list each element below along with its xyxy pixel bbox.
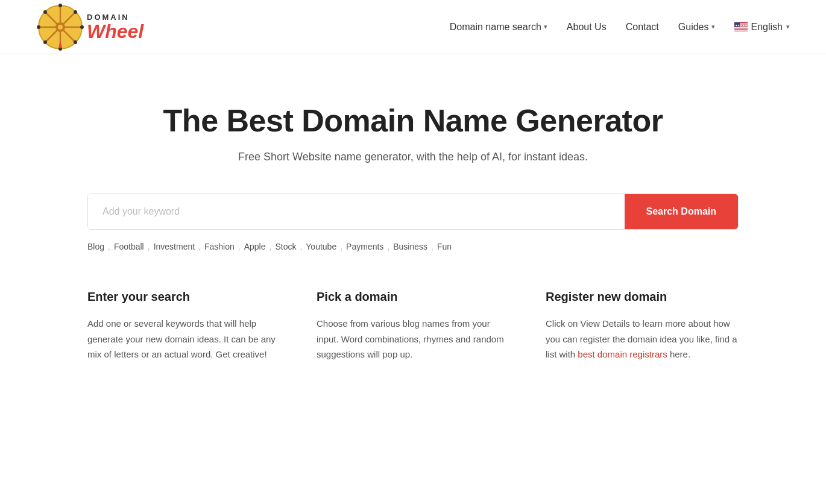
col-register-domain-title: Register new domain <box>546 290 739 304</box>
tag-item[interactable]: Fun <box>437 239 452 254</box>
svg-rect-21 <box>734 28 748 29</box>
col-register-domain: Register new domain Click on View Detail… <box>546 290 739 362</box>
tag-item[interactable]: Apple <box>244 239 266 254</box>
main-nav: Domain name search ▾ About Us Contact Gu… <box>450 22 790 33</box>
col-pick-domain: Pick a domain Choose from various blog n… <box>317 290 509 362</box>
search-input[interactable] <box>88 194 625 229</box>
tag-separator: , <box>340 242 342 251</box>
col-enter-search-title: Enter your search <box>87 290 280 304</box>
keyword-tags: Blog,Football,Investment,Fashion,Apple,S… <box>87 239 739 254</box>
logo[interactable]: DOMAIN Wheel <box>36 3 143 51</box>
tag-item[interactable]: Stock <box>275 239 296 254</box>
tag-item[interactable]: Fashion <box>204 239 235 254</box>
nav-guides[interactable]: Guides ▾ <box>678 22 715 33</box>
flag-icon: ★★★★★★ <box>734 22 748 31</box>
chevron-down-icon: ▾ <box>544 23 547 31</box>
tag-item[interactable]: Payments <box>346 239 383 254</box>
main-content: The Best Domain Name Generator Free Shor… <box>0 54 826 398</box>
search-domain-button[interactable]: Search Domain <box>625 194 738 229</box>
svg-point-12 <box>74 40 77 44</box>
col-pick-domain-title: Pick a domain <box>317 290 509 304</box>
chevron-down-icon: ▾ <box>711 23 715 31</box>
svg-point-7 <box>58 4 62 7</box>
svg-point-14 <box>43 40 47 44</box>
logo-wheel-text: Wheel <box>87 22 143 41</box>
site-header: DOMAIN Wheel Domain name search ▾ About … <box>0 0 826 54</box>
tag-separator: , <box>270 242 272 251</box>
info-columns: Enter your search Add one or several key… <box>87 290 739 398</box>
col-register-domain-text: Click on View Details to learn more abou… <box>546 316 739 362</box>
svg-rect-22 <box>734 30 748 31</box>
registrars-link[interactable]: best domain registrars <box>578 349 667 359</box>
tag-item[interactable]: Blog <box>87 239 104 254</box>
col-pick-domain-text: Choose from various blog names from your… <box>317 316 509 362</box>
tag-item[interactable]: Investment <box>154 239 195 254</box>
svg-point-11 <box>43 10 47 14</box>
svg-rect-20 <box>734 27 748 28</box>
col-enter-search-text: Add one or several keywords that will he… <box>87 316 280 362</box>
tag-separator: , <box>198 242 201 251</box>
tag-separator: , <box>148 242 150 251</box>
svg-point-9 <box>37 25 40 29</box>
svg-text:★★★★★★: ★★★★★★ <box>735 24 748 27</box>
tag-separator: , <box>431 242 433 251</box>
nav-about[interactable]: About Us <box>567 22 607 33</box>
nav-contact[interactable]: Contact <box>626 22 659 33</box>
search-bar: Search Domain <box>87 194 739 230</box>
tag-separator: , <box>108 242 110 251</box>
svg-point-13 <box>74 10 77 14</box>
col-enter-search: Enter your search Add one or several key… <box>87 290 280 362</box>
chevron-down-icon: ▾ <box>786 23 790 31</box>
tag-item[interactable]: Business <box>393 239 427 254</box>
nav-domain-search[interactable]: Domain name search ▾ <box>450 22 547 33</box>
page-title: The Best Domain Name Generator <box>163 102 663 139</box>
language-selector[interactable]: ★★★★★★ English ▾ <box>734 22 790 33</box>
tag-separator: , <box>387 242 389 251</box>
svg-point-10 <box>80 25 84 29</box>
tag-separator: , <box>238 242 241 251</box>
hero-subtitle: Free Short Website name generator, with … <box>238 151 588 163</box>
tag-item[interactable]: Youtube <box>306 239 336 254</box>
tag-separator: , <box>300 242 302 251</box>
logo-icon <box>36 3 84 51</box>
svg-point-6 <box>58 25 63 30</box>
tag-item[interactable]: Football <box>114 239 144 254</box>
